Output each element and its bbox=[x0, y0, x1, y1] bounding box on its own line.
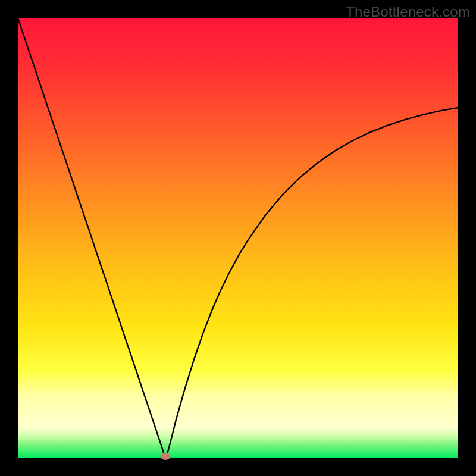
watermark-text: TheBottleneck.com bbox=[346, 4, 470, 20]
curve-svg bbox=[18, 18, 458, 458]
optimum-marker bbox=[160, 453, 170, 460]
bottleneck-curve bbox=[18, 18, 458, 458]
